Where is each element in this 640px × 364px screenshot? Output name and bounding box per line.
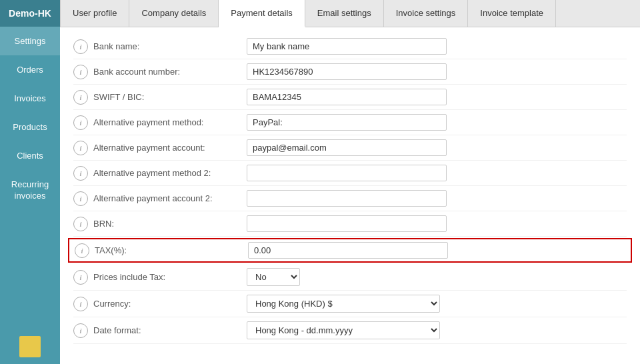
info-icon-currency[interactable]: i [73,297,88,311]
field-row-bank-account: i Bank account number: [73,59,627,85]
label-alt-method: Alternative payment method: [93,117,247,127]
sidebar-item-recurring-invoices[interactable]: Recurring invoices [0,170,60,211]
tax-input[interactable] [248,242,448,259]
field-row-tax: i TAX(%): [68,238,632,263]
label-brn: BRN: [93,219,247,229]
tab-bar: User profile Company details Payment det… [60,0,640,27]
alt-account-2-input[interactable] [247,190,447,207]
select-wrapper-prices-tax: No Yes [247,268,447,286]
input-wrapper-alt-account-2 [247,190,447,207]
prices-include-tax-select[interactable]: No Yes [247,268,300,286]
label-alt-account: Alternative payment account: [93,143,247,153]
sidebar-item-products[interactable]: Products [0,113,60,141]
input-wrapper-alt-method-2 [247,165,447,181]
sidebar-brand[interactable]: Demo-HK [0,0,60,27]
label-date-format: Date format: [93,325,247,335]
label-bank-name: Bank name: [93,41,247,51]
select-wrapper-currency: Hong Kong (HKD) $ US Dollar (USD) $ Euro… [247,295,447,313]
info-icon-prices-tax[interactable]: i [73,270,88,285]
sidebar-item-invoices[interactable]: Invoices [0,84,60,113]
label-prices-tax: Prices include Tax: [93,272,247,282]
field-row-alt-method: i Alternative payment method: [73,110,627,135]
info-icon-date-format[interactable]: i [73,323,88,338]
info-icon-bank-account[interactable]: i [73,65,88,79]
info-icon-alt-account[interactable]: i [73,141,88,155]
info-icon-alt-method[interactable]: i [73,115,88,130]
currency-select[interactable]: Hong Kong (HKD) $ US Dollar (USD) $ Euro… [247,295,440,313]
field-row-swift: i SWIFT / BIC: [73,85,627,110]
alt-method-2-input[interactable] [247,165,447,181]
label-bank-account: Bank account number: [93,67,247,77]
field-row-brn: i BRN: [73,211,627,237]
bank-account-input[interactable] [247,63,447,80]
tab-invoice-template[interactable]: Invoice template [468,0,556,27]
info-icon-alt-method-2[interactable]: i [73,166,88,181]
info-icon-brn[interactable]: i [73,217,88,231]
field-row-alt-account: i Alternative payment account: [73,135,627,161]
input-wrapper-swift [247,89,447,105]
field-row-alt-account-2: i Alternative payment account 2: [73,186,627,211]
label-swift: SWIFT / BIC: [93,92,247,102]
field-row-alt-method-2: i Alternative payment method 2: [73,161,627,186]
label-alt-account-2: Alternative payment account 2: [93,193,247,203]
brn-input[interactable] [247,215,447,232]
sidebar-bottom [0,329,60,364]
date-format-select[interactable]: Hong Kong - dd.mm.yyyy US - mm/dd/yyyy I… [247,321,440,339]
label-alt-method-2: Alternative payment method 2: [93,168,247,178]
payment-details-form: i Bank name: i Bank account number: i SW… [60,27,640,364]
select-wrapper-date-format: Hong Kong - dd.mm.yyyy US - mm/dd/yyyy I… [247,321,447,339]
tab-payment-details[interactable]: Payment details [219,0,305,27]
field-row-bank-name: i Bank name: [73,34,627,59]
label-currency: Currency: [93,299,247,309]
field-row-date-format: i Date format: Hong Kong - dd.mm.yyyy US… [73,317,627,344]
input-wrapper-bank-name [247,38,447,55]
sidebar-yellow-box[interactable] [19,336,41,357]
info-icon-alt-account-2[interactable]: i [73,191,88,206]
field-row-prices-include-tax: i Prices include Tax: No Yes [73,264,627,291]
input-wrapper-bank-account [247,63,447,80]
input-wrapper-tax [248,242,448,259]
field-row-currency: i Currency: Hong Kong (HKD) $ US Dollar … [73,291,627,317]
bank-name-input[interactable] [247,38,447,55]
tab-user-profile[interactable]: User profile [60,0,129,27]
tab-company-details[interactable]: Company details [129,0,219,27]
info-icon-bank-name[interactable]: i [73,39,88,54]
tab-invoice-settings[interactable]: Invoice settings [384,0,469,27]
info-icon-swift[interactable]: i [73,90,88,105]
sidebar-item-orders[interactable]: Orders [0,55,60,84]
alt-method-input[interactable] [247,114,447,131]
tab-email-settings[interactable]: Email settings [305,0,384,27]
label-tax: TAX(%): [95,245,248,255]
input-wrapper-alt-account [247,139,447,156]
sidebar-item-clients[interactable]: Clients [0,141,60,170]
sidebar: Demo-HK Settings Orders Invoices Product… [0,0,60,364]
swift-input[interactable] [247,89,447,105]
main-content: User profile Company details Payment det… [60,0,640,364]
input-wrapper-brn [247,215,447,232]
input-wrapper-alt-method [247,114,447,131]
alt-account-input[interactable] [247,139,447,156]
sidebar-item-settings[interactable]: Settings [0,27,60,55]
info-icon-tax[interactable]: i [75,243,89,258]
